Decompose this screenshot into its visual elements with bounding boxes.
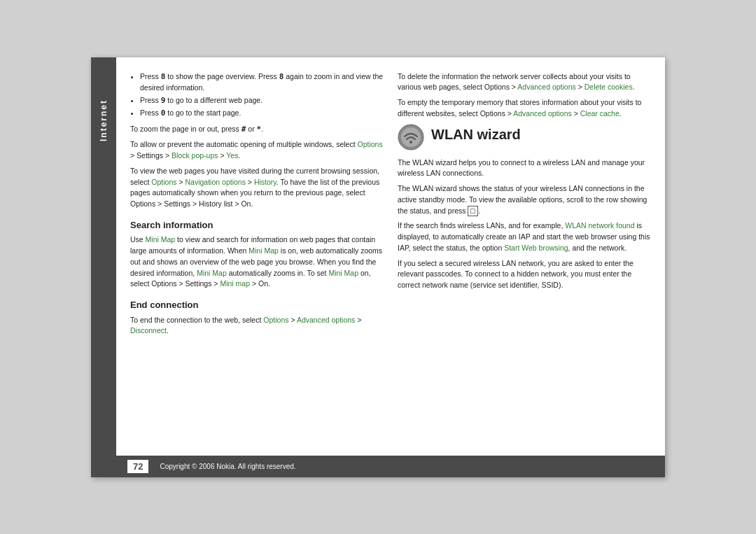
end-text: To end the connection to the web, select… [130,315,384,337]
wlan-header: WLAN wizard [398,124,651,150]
search-text: Use Mini Map to view and search for info… [130,234,384,290]
sidebar-label: Internet [99,99,108,141]
zoom-text: To zoom the page in or out, press # or *… [130,124,384,136]
delete-text: To delete the information the network se… [398,71,651,94]
wlan-desc2: The WLAN wizard shows the status of your… [398,183,651,216]
wlan-icon [398,124,424,150]
bullet-item-1: Press 8 to show the page overview. Press… [140,71,384,94]
copyright-text: Copyright © 2006 Nokia. All rights reser… [160,463,295,470]
content: Press 8 to show the page overview. Press… [116,57,665,477]
main-area: Press 8 to show the page overview. Press… [116,57,665,456]
bullet-item-2: Press 9 to go to a different web page. [140,95,384,107]
footer: 72 Copyright © 2006 Nokia. All rights re… [116,456,665,477]
history-text: To view the web pages you have visited d… [130,166,384,210]
end-heading: End connection [130,298,384,312]
left-column: Press 8 to show the page overview. Press… [130,71,384,449]
page-number: 72 [127,460,148,473]
svg-point-2 [410,141,412,143]
wlan-found-text: If the search finds wireless LANs, and f… [398,220,651,253]
search-heading: Search information [130,218,384,232]
wlan-desc1: The WLAN wizard helps you to connect to … [398,157,651,180]
right-column: To delete the information the network se… [398,71,651,449]
wlan-secured-text: If you select a secured wireless LAN net… [398,258,651,291]
wlan-heading: WLAN wizard [431,124,521,145]
page: Internet Press 8 to show the page overvi… [91,57,665,477]
cache-text: To empty the temporary memory that store… [398,97,651,120]
popup-text: To allow or prevent the automatic openin… [130,139,384,162]
bullet-item-3: Press 0 to go to the start page. [140,108,384,120]
bullet-list: Press 8 to show the page overview. Press… [140,71,384,120]
sidebar: Internet [91,57,116,477]
